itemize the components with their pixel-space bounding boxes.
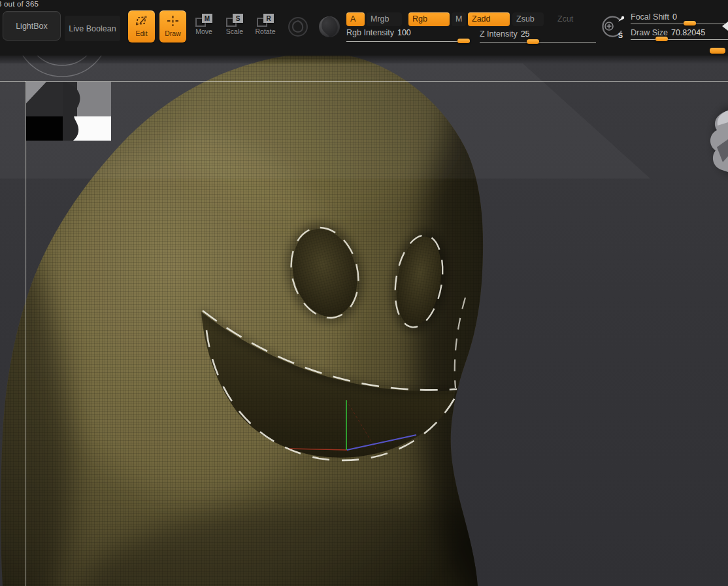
zbrush-app: 3 out of 365 LightBox Live Boolean Edit [0,0,728,586]
zcut-button[interactable]: Zcut [554,12,582,26]
edit-transpose-icon [134,15,149,28]
sculptris-pro-glyph: S [618,31,623,39]
live-boolean-label: Live Boolean [69,24,116,33]
stroke-icon[interactable] [288,16,308,40]
edit-button[interactable]: Edit [128,10,155,43]
focal-shift-value: 0 [672,12,677,22]
zadd-button[interactable]: Zadd [468,12,510,26]
zsub-button[interactable]: Zsub [512,12,544,26]
z-intensity-label: Z Intensity [480,29,518,39]
viewport-canvas[interactable] [0,56,728,586]
top-shelf: 3 out of 365 LightBox Live Boolean Edit [0,0,728,56]
focal-shift-track[interactable] [631,24,728,24]
shelf-divider-handle[interactable] [710,48,725,54]
z-intensity-handle[interactable] [527,39,539,44]
focal-shift-handle[interactable] [684,21,696,26]
anchor-a-button[interactable]: A [346,12,365,26]
z-intensity-value: 25 [521,29,530,39]
status-counter: 3 out of 365 [0,0,39,8]
move-button[interactable]: M Move [191,14,217,44]
edit-label: Edit [135,29,147,37]
mrgb-button[interactable]: Mrgb [367,12,402,26]
lightbox-button[interactable]: LightBox [3,11,61,41]
rotate-label: Rotate [256,27,276,35]
draw-crosshair-icon [165,15,180,28]
rgb-intensity-value: 100 [397,28,411,37]
focal-shift-label: Focal Shift [631,12,669,22]
rgb-intensity-label: Rgb Intensity [346,28,394,37]
m-button[interactable]: M [452,12,466,26]
rgb-intensity-track[interactable] [346,41,470,42]
shelf-shadow [0,56,728,64]
draw-button[interactable]: Draw [159,10,186,43]
sculptris-pro-button[interactable]: S [599,14,626,41]
material-sphere-icon[interactable] [317,14,342,42]
live-boolean-button[interactable]: Live Boolean [65,16,120,41]
scale-icon: S [226,14,243,27]
move-icon: M [195,14,212,27]
sculpt-model-scene [0,56,728,586]
right-tray-arrow-icon[interactable] [722,22,728,31]
alpha-thumbnail[interactable] [26,82,111,141]
scale-label: Scale [226,27,243,35]
move-label: Move [195,27,212,35]
rotate-button[interactable]: R Rotate [252,14,278,44]
draw-label: Draw [165,29,181,37]
rgb-intensity-handle[interactable] [457,39,470,43]
scale-button[interactable]: S Scale [222,14,248,44]
rgb-button[interactable]: Rgb [408,12,450,26]
draw-size-label: Draw Size [631,28,668,37]
draw-size-value: 70.82045 [671,28,705,37]
draw-size-handle[interactable] [655,37,668,41]
right-edge-object [710,107,728,175]
rotate-icon: R [257,14,274,27]
lightbox-label: LightBox [16,22,48,31]
draw-size-track[interactable] [631,39,728,40]
